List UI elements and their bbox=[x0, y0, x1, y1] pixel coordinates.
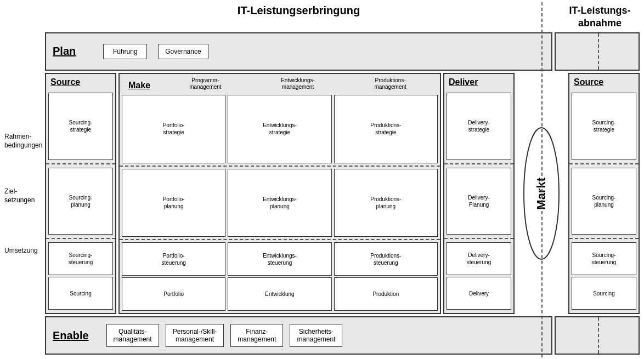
plan-area: Plan Führung Governance bbox=[4, 32, 640, 71]
source-right-rows: Sourcing- strategie Sourcing- planung So… bbox=[569, 89, 639, 313]
plan-row: Plan Führung Governance bbox=[45, 32, 552, 71]
main-title: IT-Leistungserbringung bbox=[43, 4, 555, 30]
source-right-ziel: Sourcing- planung bbox=[569, 164, 639, 240]
label-zielsetzungen: Ziel- setzungen bbox=[4, 172, 43, 226]
source-left-title: Source bbox=[46, 74, 115, 89]
enable-personal: Personal-/Skill- management bbox=[166, 324, 224, 347]
deliver-rows: Delivery- strategie Delivery- Planung De… bbox=[444, 89, 513, 313]
deliver-steuerung: Delivery- steuerung bbox=[447, 242, 511, 275]
enable-sicherheit: Sicherheits- management bbox=[290, 324, 342, 347]
plan-left-spacer bbox=[4, 32, 43, 71]
enable-right-box bbox=[555, 316, 640, 355]
deliver-title: Deliver bbox=[444, 74, 513, 89]
enable-finanz: Finanz- management bbox=[230, 324, 283, 347]
make-entwicklung-umsetzung: Entwicklungs- steuerung Entwicklung bbox=[228, 242, 331, 311]
source-left-col: Source Sourcing- strategie Sourcing- pla… bbox=[45, 73, 116, 314]
plan-vert-dash bbox=[598, 33, 599, 70]
top-left-spacer bbox=[4, 4, 43, 30]
enable-right-spacer bbox=[555, 316, 640, 355]
source-right-steuerung: Sourcing- steuerung bbox=[572, 242, 636, 275]
source-left-umsetzung-cell: Sourcing- steuerung Sourcing bbox=[48, 242, 113, 310]
plan-right-spacer bbox=[555, 32, 640, 71]
deliver-planung: Delivery- Planung bbox=[447, 168, 511, 235]
source-left-strategie: Sourcing- strategie bbox=[48, 93, 113, 160]
make-title: Make bbox=[124, 77, 155, 93]
source-left-rows: Sourcing- strategie Sourcing- planung So… bbox=[46, 89, 115, 313]
label-rahmenbedingungen: Rahmen- bedingungen bbox=[4, 117, 43, 172]
make-produktion-strategie: Produktions- strategie bbox=[334, 95, 438, 163]
source-left-steuerung: Sourcing- steuerung bbox=[48, 242, 113, 275]
fuehrung-box: Führung bbox=[103, 44, 147, 59]
make-sub-headers: Programm- management Entwicklungs- manag… bbox=[160, 77, 436, 90]
make-portfolio-strategie: Portfolio- strategie bbox=[122, 95, 225, 163]
source-right-umsetzung-cell: Sourcing- steuerung Sourcing bbox=[572, 242, 636, 310]
make-portfolio-umsetzung: Portfolio- steuerung Portfolio bbox=[122, 242, 225, 311]
plan-title: Plan bbox=[53, 45, 76, 58]
left-labels: Rahmen- bedingungen Ziel- setzungen Umse… bbox=[4, 73, 43, 314]
right-title-line2: abnahme bbox=[578, 18, 622, 29]
make-sub-entwicklung: Entwicklungs- management bbox=[253, 77, 343, 90]
make-entwicklung-bottom: Entwicklung bbox=[228, 277, 331, 311]
make-umsetzung-row: Portfolio- steuerung Portfolio Entwicklu… bbox=[120, 240, 440, 313]
label-umsetzung: Umsetzung bbox=[4, 226, 43, 281]
deliver-rahmen: Delivery- strategie bbox=[444, 89, 513, 164]
make-produktion-bottom: Produktion bbox=[334, 277, 438, 311]
make-entwicklung-steuerung: Entwicklungs- steuerung bbox=[228, 242, 331, 276]
deliver-ziel: Delivery- Planung bbox=[444, 164, 513, 240]
deliver-umsetzung-cell: Delivery- steuerung Delivery bbox=[447, 242, 511, 310]
enable-title: Enable bbox=[53, 329, 89, 342]
right-title-line1: IT-Leistungs- bbox=[569, 5, 631, 16]
enable-area: Enable Qualitäts- management Personal-/S… bbox=[4, 316, 640, 355]
markt-area: Markt bbox=[517, 73, 566, 314]
source-right-umsetzung: Sourcing- steuerung Sourcing bbox=[569, 239, 639, 313]
make-rahmen-row: Portfolio- strategie Entwicklungs- strat… bbox=[120, 93, 440, 167]
source-left-sourcing: Sourcing bbox=[48, 277, 113, 310]
source-right-planung: Sourcing- planung bbox=[572, 168, 636, 235]
body-row: Rahmen- bedingungen Ziel- setzungen Umse… bbox=[4, 73, 640, 314]
layout-wrapper: IT-Leistungserbringung IT-Leistungs- abn… bbox=[4, 4, 640, 355]
governance-box: Governance bbox=[158, 44, 208, 59]
make-col: Make Programm- management Entwicklungs- … bbox=[118, 73, 441, 314]
make-sub-produktion: Produktions- management bbox=[345, 77, 436, 90]
source-left-umsetzung: Sourcing- steuerung Sourcing bbox=[46, 239, 115, 313]
deliver-bottom: Delivery bbox=[447, 277, 511, 310]
make-produktion-umsetzung: Produktions- steuerung Produktion bbox=[334, 242, 438, 311]
deliver-umsetzung: Delivery- steuerung Delivery bbox=[444, 239, 513, 313]
make-sub-programm: Programm- management bbox=[160, 77, 251, 90]
top-header-area: IT-Leistungserbringung IT-Leistungs- abn… bbox=[4, 4, 640, 30]
main-container: IT-Leistungserbringung IT-Leistungs- abn… bbox=[0, 0, 644, 359]
make-portfolio-planung: Portfolio- planung bbox=[122, 169, 225, 237]
source-right-col: Source Sourcing- strategie Sourcing- pla… bbox=[568, 73, 640, 314]
make-entwicklung-planung: Entwicklungs- planung bbox=[228, 169, 331, 237]
source-right-strategie: Sourcing- strategie bbox=[572, 93, 636, 160]
source-left-ziel: Sourcing- planung bbox=[46, 164, 115, 240]
enable-left-spacer bbox=[4, 316, 43, 355]
enable-row: Enable Qualitäts- management Personal-/S… bbox=[45, 316, 552, 355]
source-right-rahmen: Sourcing- strategie bbox=[569, 89, 639, 164]
right-title: IT-Leistungs- abnahme bbox=[555, 4, 640, 30]
make-portfolio-bottom: Portfolio bbox=[122, 277, 225, 311]
source-right-title: Source bbox=[569, 74, 639, 89]
enable-vert-dash bbox=[598, 317, 599, 354]
deliver-strategie: Delivery- strategie bbox=[447, 93, 511, 160]
make-rows: Portfolio- strategie Entwicklungs- strat… bbox=[120, 93, 440, 313]
make-ziel-row: Portfolio- planung Entwicklungs- planung… bbox=[120, 167, 440, 241]
make-portfolio-steuerung: Portfolio- steuerung bbox=[122, 242, 225, 276]
enable-qualitaet: Qualitäts- management bbox=[106, 324, 159, 347]
deliver-col: Deliver Delivery- strategie Delivery- Pl… bbox=[443, 73, 515, 314]
make-produktion-planung: Produktions- planung bbox=[334, 169, 438, 237]
make-entwicklung-strategie: Entwicklungs- strategie bbox=[228, 95, 331, 163]
plan-right-box bbox=[555, 32, 640, 71]
source-left-planung: Sourcing- planung bbox=[48, 168, 113, 235]
make-produktion-steuerung: Produktions- steuerung bbox=[334, 242, 438, 276]
markt-vert-dash bbox=[541, 0, 543, 359]
source-right-bottom: Sourcing bbox=[572, 277, 636, 310]
make-header-area: Make Programm- management Entwicklungs- … bbox=[120, 74, 440, 93]
source-left-rahmen: Sourcing- strategie bbox=[46, 89, 115, 164]
